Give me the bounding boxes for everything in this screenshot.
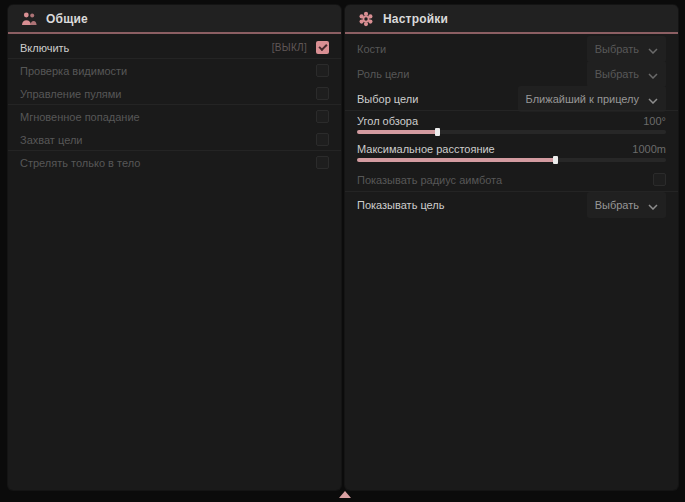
- show-target-dropdown[interactable]: Выбрать: [587, 192, 666, 218]
- dropdown-value: Выбрать: [595, 68, 639, 80]
- chevron-down-icon: [648, 196, 658, 214]
- setting-label: Кости: [357, 43, 587, 55]
- max-distance-slider-thumb[interactable]: [553, 156, 558, 164]
- panel-general: Общие Включить [ВЫКЛ] Проверка видимости…: [8, 5, 341, 490]
- checkbox-show-aimbot-radius[interactable]: [653, 173, 666, 186]
- max-distance-slider[interactable]: [357, 158, 666, 162]
- setting-row-target-select[interactable]: Выбор цели Ближайший к прицелу: [345, 86, 678, 111]
- dropdown-value: Выбрать: [595, 199, 639, 211]
- setting-label: Захват цели: [20, 134, 316, 146]
- setting-label: Максимальное расстояние: [357, 143, 632, 155]
- checkbox-target-lock[interactable]: [316, 133, 329, 146]
- setting-label: Стрелять только в тело: [20, 157, 316, 169]
- panel-settings-header: Настройки: [345, 5, 678, 34]
- panel-title-general: Общие: [46, 12, 88, 26]
- gear-icon: [358, 11, 374, 27]
- fov-slider-fill: [357, 130, 437, 134]
- setting-label: Управление пулями: [20, 88, 316, 100]
- max-distance-value: 1000m: [632, 143, 666, 155]
- setting-row-body-only[interactable]: Стрелять только в тело: [8, 151, 341, 174]
- chevron-down-icon: [648, 65, 658, 83]
- users-icon: [21, 12, 37, 26]
- setting-row-target-role[interactable]: Роль цели Выбрать: [345, 61, 678, 86]
- state-badge: [ВЫКЛ]: [272, 42, 307, 53]
- max-distance-slider-fill: [357, 158, 555, 162]
- bones-dropdown[interactable]: Выбрать: [587, 36, 666, 62]
- panel-title-settings: Настройки: [383, 12, 448, 26]
- setting-label: Угол обзора: [357, 115, 643, 127]
- dropdown-value: Ближайший к прицелу: [526, 93, 639, 105]
- settings-rows: Кости Выбрать Роль цели Выбрать Выбор це…: [345, 34, 678, 217]
- fov-slider-thumb[interactable]: [435, 128, 440, 136]
- general-rows: Включить [ВЫКЛ] Проверка видимости Управ…: [8, 34, 341, 174]
- checkbox-bullet-control[interactable]: [316, 87, 329, 100]
- setting-row-show-target[interactable]: Показывать цель Выбрать: [345, 192, 678, 217]
- target-select-dropdown[interactable]: Ближайший к прицелу: [518, 86, 666, 112]
- setting-label: Мгновенное попадание: [20, 111, 316, 123]
- checkbox-instant-hit[interactable]: [316, 110, 329, 123]
- setting-row-instant-hit[interactable]: Мгновенное попадание: [8, 105, 341, 128]
- fov-slider[interactable]: [357, 130, 666, 134]
- setting-row-show-aimbot-radius[interactable]: Показывать радиус аимбота: [345, 167, 678, 192]
- target-role-dropdown[interactable]: Выбрать: [587, 61, 666, 87]
- setting-row-visibility-check[interactable]: Проверка видимости: [8, 59, 341, 82]
- up-arrow-cursor: [339, 491, 351, 498]
- setting-label: Показывать радиус аимбота: [357, 174, 653, 186]
- checkbox-visibility-check[interactable]: [316, 64, 329, 77]
- setting-label: Роль цели: [357, 68, 587, 80]
- fov-value: 100°: [643, 115, 666, 127]
- panel-general-header: Общие: [8, 5, 341, 34]
- setting-row-fov: Угол обзора 100°: [345, 111, 678, 139]
- setting-row-bullet-control[interactable]: Управление пулями: [8, 82, 341, 105]
- setting-label: Включить: [20, 42, 272, 54]
- dropdown-value: Выбрать: [595, 43, 639, 55]
- panel-settings: Настройки Кости Выбрать Роль цели Выбрат…: [345, 5, 678, 490]
- chevron-down-icon: [648, 40, 658, 58]
- setting-row-enable[interactable]: Включить [ВЫКЛ]: [8, 36, 341, 59]
- setting-row-max-distance: Максимальное расстояние 1000m: [345, 139, 678, 167]
- setting-label: Выбор цели: [357, 93, 518, 105]
- setting-label: Показывать цель: [357, 199, 587, 211]
- setting-label: Проверка видимости: [20, 65, 316, 77]
- chevron-down-icon: [648, 90, 658, 108]
- setting-row-target-lock[interactable]: Захват цели: [8, 128, 341, 151]
- check-icon: [318, 42, 327, 51]
- checkbox-body-only[interactable]: [316, 156, 329, 169]
- setting-row-bones[interactable]: Кости Выбрать: [345, 36, 678, 61]
- checkbox-enable[interactable]: [316, 41, 329, 54]
